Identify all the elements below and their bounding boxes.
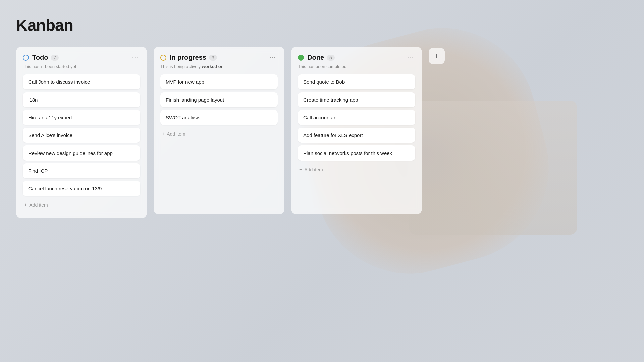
column-menu-done[interactable]: ··· (405, 53, 415, 62)
plus-icon-todo: + (24, 202, 27, 208)
column-count-done: 5 (327, 55, 335, 61)
card-done-2[interactable]: Call accountant (298, 110, 415, 125)
column-todo: Todo7···This hasn't been started yetCall… (16, 47, 147, 218)
column-done: Done5···This has been completedSend quot… (291, 47, 422, 214)
add-label-todo: Add item (29, 202, 48, 208)
column-title-done: Done (307, 54, 324, 61)
card-todo-4[interactable]: Review new design guidelines for app (23, 145, 140, 161)
status-dot-todo (23, 55, 29, 61)
card-inprogress-1[interactable]: Finish landing page layout (160, 92, 278, 107)
add-item-done[interactable]: +Add item (298, 163, 415, 176)
card-done-0[interactable]: Send quote to Bob (298, 74, 415, 89)
column-header-done: Done5··· (298, 53, 415, 62)
column-menu-todo[interactable]: ··· (130, 53, 140, 62)
column-header-inprogress: In progress3··· (160, 53, 278, 62)
column-title-inprogress: In progress (170, 54, 206, 61)
card-todo-3[interactable]: Send Alice's invoice (23, 128, 140, 143)
card-todo-6[interactable]: Cancel lunch reservation on 13/9 (23, 181, 140, 196)
add-label-done: Add item (304, 167, 323, 172)
column-count-inprogress: 3 (209, 55, 217, 61)
add-label-inprogress: Add item (167, 131, 185, 137)
card-todo-1[interactable]: i18n (23, 92, 140, 107)
plus-icon-inprogress: + (162, 131, 165, 137)
add-item-todo[interactable]: +Add item (23, 199, 140, 212)
status-dot-inprogress (160, 55, 166, 61)
page-title: Kanban (16, 16, 628, 35)
column-menu-inprogress[interactable]: ··· (268, 53, 278, 62)
add-column-button[interactable]: + (429, 48, 445, 64)
card-inprogress-2[interactable]: SWOT analysis (160, 110, 278, 125)
column-desc-todo: This hasn't been started yet (23, 64, 140, 70)
column-header-todo: Todo7··· (23, 53, 140, 62)
status-dot-done (298, 55, 304, 61)
card-todo-2[interactable]: Hire an a11y expert (23, 110, 140, 125)
card-done-3[interactable]: Add feature for XLS export (298, 128, 415, 143)
add-item-inprogress[interactable]: +Add item (160, 128, 278, 140)
card-done-1[interactable]: Create time tracking app (298, 92, 415, 107)
column-inprogress: In progress3···This is being actively wo… (154, 47, 284, 214)
card-todo-5[interactable]: Find ICP (23, 163, 140, 178)
column-desc-inprogress: This is being actively worked on (160, 64, 278, 70)
card-inprogress-0[interactable]: MVP for new app (160, 74, 278, 89)
column-desc-done: This has been completed (298, 64, 415, 70)
column-title-todo: Todo (32, 54, 48, 61)
main-content: Kanban Todo7···This hasn't been started … (0, 0, 644, 218)
kanban-board: Todo7···This hasn't been started yetCall… (16, 47, 628, 218)
plus-icon-done: + (299, 167, 302, 173)
card-done-4[interactable]: Plan social networks posts for this week (298, 145, 415, 161)
column-count-todo: 7 (51, 55, 59, 61)
card-todo-0[interactable]: Call John to discuss invoice (23, 74, 140, 89)
